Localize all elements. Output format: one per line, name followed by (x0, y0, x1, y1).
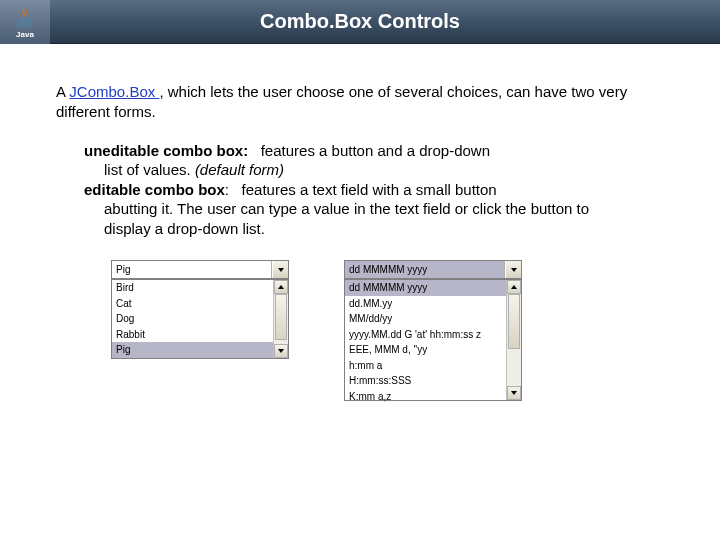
uneditable-list-items: Bird Cat Dog Rabbit Pig (112, 280, 273, 358)
editable-combo-button[interactable] (505, 261, 521, 278)
list-item[interactable]: dd.MM.yy (345, 296, 506, 312)
scroll-down-button[interactable] (507, 386, 521, 400)
slide-content: A JCombo.Box , which lets the user choos… (0, 44, 720, 401)
list-item[interactable]: yyyy.MM.dd G 'at' hh:mm:ss z (345, 327, 506, 343)
editable-list-items: dd MMMMM yyyy dd.MM.yy MM/dd/yy yyyy.MM.… (345, 280, 506, 400)
java-logo: Java (0, 0, 50, 44)
chevron-up-icon (278, 285, 284, 289)
jcombobox-link[interactable]: JCombo.Box (69, 83, 159, 100)
list-item[interactable]: dd MMMMM yyyy (345, 280, 506, 296)
scroll-track[interactable] (274, 294, 288, 344)
uneditable-line2: list of values. (default form) (84, 160, 636, 180)
list-item[interactable]: Cat (112, 296, 273, 312)
chevron-down-icon (278, 268, 284, 272)
list-item[interactable]: K:mm a,z (345, 389, 506, 405)
editable-combo-list[interactable]: dd MMMMM yyyy dd.MM.yy MM/dd/yy yyyy.MM.… (344, 279, 522, 401)
slide-title: Combo.Box Controls (50, 10, 720, 33)
scroll-down-button[interactable] (274, 344, 288, 358)
java-logo-text: Java (16, 30, 34, 39)
editable-combo-field[interactable]: dd MMMMM yyyy (344, 260, 522, 279)
scroll-thumb[interactable] (275, 294, 287, 340)
list-item[interactable]: Bird (112, 280, 273, 296)
list-item[interactable]: Pig (112, 342, 273, 358)
chevron-up-icon (511, 285, 517, 289)
chevron-down-icon (278, 349, 284, 353)
list-item[interactable]: MM/dd/yy (345, 311, 506, 327)
list-item[interactable]: EEE, MMM d, ''yy (345, 342, 506, 358)
uneditable-body1: features a button and a drop-down (261, 142, 490, 159)
scrollbar[interactable] (273, 280, 288, 358)
list-item[interactable]: Rabbit (112, 327, 273, 343)
list-item[interactable]: Dog (112, 311, 273, 327)
uneditable-combo-list[interactable]: Bird Cat Dog Rabbit Pig (111, 279, 289, 359)
scroll-thumb[interactable] (508, 294, 520, 349)
editable-line2: abutting it. The user can type a value i… (84, 199, 636, 238)
scrollbar[interactable] (506, 280, 521, 400)
slide-header: Java Combo.Box Controls (0, 0, 720, 44)
list-item[interactable]: H:mm:ss:SSS (345, 373, 506, 389)
definitions: uneditable combo box: features a button … (56, 141, 664, 239)
editable-body1: features a text field with a small butto… (242, 181, 497, 198)
uneditable-combo-selected: Pig (112, 261, 272, 278)
scroll-up-button[interactable] (507, 280, 521, 294)
uneditable-title: uneditable combo box (84, 142, 243, 159)
scroll-track[interactable] (507, 294, 521, 386)
editable-combo-example: dd MMMMM yyyy dd MMMMM yyyy dd.MM.yy MM/… (344, 260, 522, 401)
intro-prefix: A (56, 83, 69, 100)
intro-paragraph: A JCombo.Box , which lets the user choos… (56, 82, 664, 123)
uneditable-line1: uneditable combo box: features a button … (84, 141, 636, 161)
uneditable-combo-button[interactable] (272, 261, 288, 278)
java-cup-icon (14, 7, 36, 29)
editable-title: editable combo box (84, 181, 225, 198)
editable-combo-input[interactable]: dd MMMMM yyyy (345, 261, 505, 278)
uneditable-combo-field[interactable]: Pig (111, 260, 289, 279)
editable-line1: editable combo box: features a text fiel… (84, 180, 636, 200)
chevron-down-icon (511, 268, 517, 272)
uneditable-combo-example: Pig Bird Cat Dog Rabbit Pig (111, 260, 289, 401)
combo-examples-row: Pig Bird Cat Dog Rabbit Pig (56, 260, 664, 401)
scroll-up-button[interactable] (274, 280, 288, 294)
chevron-down-icon (511, 391, 517, 395)
svg-point-2 (17, 23, 32, 26)
list-item[interactable]: h:mm a (345, 358, 506, 374)
